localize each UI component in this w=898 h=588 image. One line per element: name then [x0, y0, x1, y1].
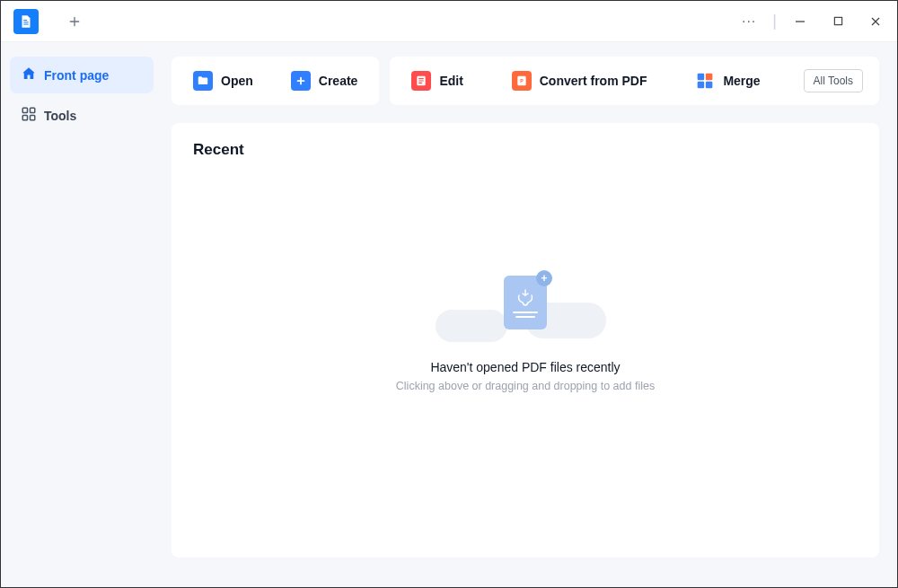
empty-secondary-text: Clicking above or dragging and dropping … [396, 380, 655, 392]
sidebar-item-label: Tools [44, 109, 76, 123]
empty-primary-text: Haven't opened PDF files recently [430, 360, 620, 374]
svg-rect-11 [706, 82, 713, 89]
toolbar-card-left: Open Create [172, 57, 379, 105]
toolbar-card-right: Edit P Convert from PDF Merge All Tools [390, 57, 879, 105]
folder-icon [193, 71, 213, 91]
merge-button[interactable]: Merge [690, 67, 765, 94]
more-options-button[interactable]: ··· [735, 10, 763, 33]
home-icon [21, 66, 37, 84]
open-button[interactable]: Open [188, 67, 259, 94]
svg-rect-0 [834, 17, 841, 24]
sidebar-item-front-page[interactable]: Front page [10, 57, 154, 93]
all-tools-button[interactable]: All Tools [804, 69, 863, 92]
convert-label: Convert from PDF [540, 74, 647, 88]
edit-button[interactable]: Edit [406, 67, 468, 94]
minimize-button[interactable] [786, 7, 814, 36]
merge-label: Merge [723, 74, 760, 88]
svg-rect-1 [22, 108, 27, 112]
new-tab-button[interactable] [58, 5, 91, 38]
app-logo-icon [13, 9, 39, 34]
main-area: Front page Tools Open [1, 42, 897, 587]
recent-title: Recent [193, 141, 858, 159]
titlebar: ··· | [1, 1, 897, 42]
all-tools-label: All Tools [814, 75, 853, 87]
convert-button[interactable]: P Convert from PDF [506, 67, 653, 94]
close-button[interactable] [861, 7, 890, 36]
open-label: Open [221, 74, 253, 88]
svg-rect-10 [698, 82, 705, 89]
svg-rect-2 [31, 108, 35, 112]
create-label: Create [319, 74, 358, 88]
svg-rect-8 [698, 74, 705, 81]
toolbar-row: Open Create Edit P [172, 57, 879, 105]
svg-text:P: P [520, 78, 524, 83]
svg-rect-9 [706, 74, 713, 81]
titlebar-right: ··· | [735, 7, 890, 36]
divider: | [772, 12, 777, 31]
content: Open Create Edit P [163, 42, 897, 587]
sidebar-item-tools[interactable]: Tools [10, 97, 154, 134]
plus-square-icon [291, 71, 311, 91]
svg-rect-3 [22, 116, 27, 120]
recent-empty-state[interactable]: + Haven't opened PDF files recently Clic… [193, 168, 858, 392]
create-button[interactable]: Create [286, 67, 364, 94]
maximize-button[interactable] [823, 7, 852, 36]
grid-icon [21, 106, 37, 125]
merge-icon [695, 71, 715, 91]
edit-label: Edit [439, 74, 462, 88]
titlebar-left [8, 5, 91, 38]
recent-panel: Recent + Haven't opened PDF files recent… [172, 123, 879, 557]
empty-illustration-icon: + [453, 276, 597, 347]
sidebar: Front page Tools [1, 42, 163, 587]
edit-doc-icon [411, 71, 431, 91]
svg-rect-4 [31, 116, 35, 120]
sidebar-item-label: Front page [44, 68, 109, 83]
pdf-convert-icon: P [512, 71, 532, 91]
